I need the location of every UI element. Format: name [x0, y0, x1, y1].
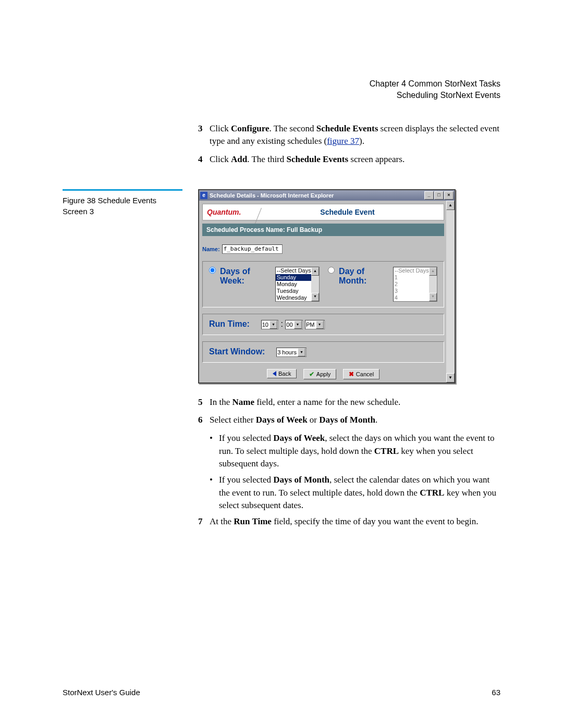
process-name-bar: Scheduled Process Name: Full Backup	[202, 224, 444, 236]
x-icon: ✖	[349, 371, 354, 378]
chapter-line: Chapter 4 Common StorNext Tasks	[63, 78, 500, 90]
step-5: 5 In the Name field, enter a name for th…	[198, 396, 500, 409]
window-title: Schedule Details - Microsoft Internet Ex…	[210, 192, 424, 199]
figure-37-link[interactable]: figure 37	[327, 136, 359, 146]
scroll-down-icon[interactable]: ▼	[429, 293, 437, 301]
chevron-down-icon: ▼	[298, 348, 305, 356]
panel-title: Schedule Event	[251, 208, 444, 216]
scroll-down-icon[interactable]: ▼	[446, 373, 455, 382]
check-icon: ✔	[309, 371, 314, 378]
name-label: Name:	[202, 246, 220, 252]
days-of-week-radio[interactable]	[209, 267, 216, 274]
section-line: Scheduling StorNext Events	[63, 90, 500, 101]
ie-window: e Schedule Details - Microsoft Internet …	[198, 189, 456, 384]
day-of-month-listbox[interactable]: --Select Days-- 1 2 3 4 ▲ ▼	[393, 267, 437, 302]
back-button[interactable]: Back	[267, 369, 297, 378]
chevron-down-icon: ▼	[294, 320, 302, 329]
page-scrollbar[interactable]: ▲ ▼	[446, 201, 455, 382]
guide-name: StorNext User's Guide	[63, 688, 140, 697]
maximize-button[interactable]: □	[434, 191, 444, 200]
figure-caption: Figure 38 Schedule Events Screen 3	[63, 189, 182, 217]
apply-button[interactable]: ✔Apply	[303, 369, 337, 379]
runtime-label: Run Time:	[209, 319, 250, 328]
days-of-week-group: Days of Week: --Select Days-- Sunday Mon…	[209, 267, 320, 302]
button-row: Back ✔Apply ✖Cancel	[202, 369, 444, 379]
chevron-down-icon: ▼	[270, 320, 277, 329]
step-6: 6 Select either Days of Week or Days of …	[198, 414, 500, 427]
name-field[interactable]: f_backup_default	[222, 244, 283, 254]
bullet-days-of-week: • If you selected Days of Week, select t…	[210, 432, 500, 471]
ie-titlebar: e Schedule Details - Microsoft Internet …	[199, 190, 455, 201]
page-number: 63	[492, 688, 500, 697]
running-header: Chapter 4 Common StorNext Tasks Scheduli…	[63, 78, 500, 102]
scroll-up-icon[interactable]: ▲	[311, 267, 319, 276]
name-row: Name: f_backup_default	[202, 244, 444, 254]
ie-icon: e	[200, 192, 207, 199]
panel-header: Quantum. Schedule Event	[202, 204, 444, 220]
step-4: 4 Click Add. The third Schedule Events s…	[198, 153, 500, 166]
runtime-hour-select[interactable]: 10▼	[261, 320, 278, 329]
close-button[interactable]: ×	[444, 191, 454, 200]
runtime-box: Run Time: 10▼ : 00▼ PM▼	[202, 314, 444, 335]
day-of-month-label: Day of Month:	[339, 267, 388, 286]
quantum-logo: Quantum.	[203, 208, 251, 216]
schedule-box: Days of Week: --Select Days-- Sunday Mon…	[202, 261, 444, 307]
startwindow-box: Start Window: 3 hours▼	[202, 341, 444, 363]
listbox-scrollbar[interactable]: ▲ ▼	[311, 267, 319, 301]
cancel-button[interactable]: ✖Cancel	[343, 369, 380, 379]
startwindow-label: Start Window:	[209, 347, 265, 356]
minimize-button[interactable]: _	[424, 191, 434, 200]
startwindow-select[interactable]: 3 hours▼	[276, 348, 307, 357]
listbox-scrollbar[interactable]: ▲ ▼	[429, 267, 437, 301]
scroll-down-icon[interactable]: ▼	[311, 293, 319, 301]
days-of-week-listbox[interactable]: --Select Days-- Sunday Monday Tuesday We…	[275, 267, 320, 302]
step-3: 3 Click Configure. The second Schedule E…	[198, 122, 500, 148]
day-of-month-radio[interactable]	[328, 267, 335, 274]
bullet-days-of-month: • If you selected Days of Month, select …	[210, 474, 500, 512]
runtime-ampm-select[interactable]: PM▼	[305, 320, 325, 329]
runtime-min-select[interactable]: 00▼	[285, 320, 302, 329]
scroll-up-icon[interactable]: ▲	[446, 201, 455, 210]
back-arrow-icon	[273, 371, 276, 376]
day-of-month-group: Day of Month: --Select Days-- 1 2 3 4	[328, 267, 437, 302]
chevron-down-icon: ▼	[316, 320, 324, 329]
step-7: 7 At the Run Time field, specify the tim…	[198, 515, 500, 528]
days-of-week-label: Days of Week:	[220, 267, 270, 286]
scroll-up-icon[interactable]: ▲	[429, 267, 437, 276]
page-footer: StorNext User's Guide 63	[63, 688, 500, 697]
